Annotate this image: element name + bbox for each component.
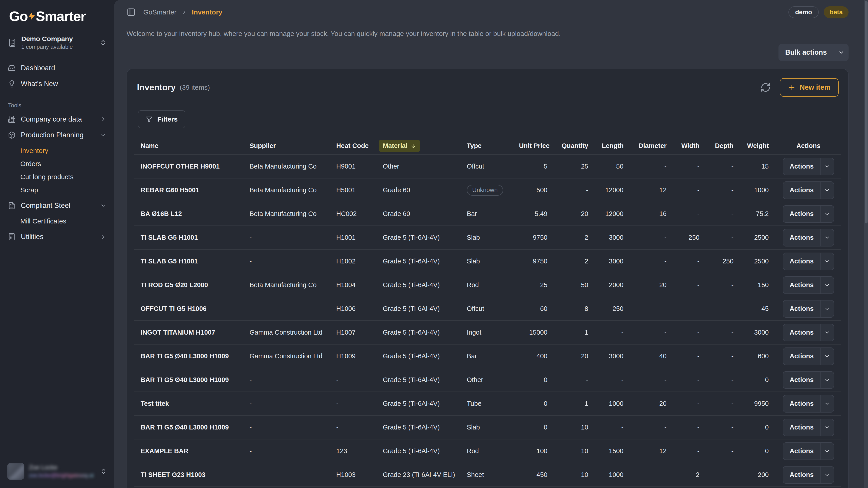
- row-actions-button[interactable]: Actions: [783, 205, 834, 223]
- scrollbar-thumb[interactable]: [865, 1, 868, 223]
- chevron-down-icon[interactable]: [820, 182, 834, 199]
- row-actions-button[interactable]: Actions: [783, 253, 834, 270]
- app-window: Go Smarter Demo Company 1 company availa…: [0, 0, 868, 488]
- company-switcher[interactable]: Demo Company 1 company available: [5, 33, 109, 52]
- bulk-actions-row: Bulk actions: [127, 44, 848, 61]
- chevron-down-icon[interactable]: [820, 205, 834, 222]
- cell-type: [460, 487, 512, 488]
- sidebar-item-whats-new[interactable]: What's New: [5, 78, 109, 89]
- cell-width: -: [673, 273, 706, 297]
- chevron-down-icon[interactable]: [820, 277, 834, 293]
- cell-material: Grade 5 (Ti-6Al-4V): [376, 416, 460, 439]
- chevron-down-icon[interactable]: [820, 466, 834, 483]
- cell-material: Grade 5 (Ti-6Al-4V): [376, 368, 460, 392]
- row-actions-button[interactable]: Actions: [783, 158, 834, 175]
- row-actions-button[interactable]: Actions: [783, 300, 834, 318]
- cell-length: -: [595, 368, 630, 392]
- column-header-length[interactable]: Length: [595, 137, 630, 155]
- chevrons-up-down-icon: [100, 468, 107, 475]
- cell-supplier: -: [243, 416, 330, 439]
- column-header-diameter[interactable]: Diameter: [630, 137, 673, 155]
- row-actions-button[interactable]: Actions: [783, 182, 834, 199]
- column-header-weight[interactable]: Weight: [740, 137, 776, 155]
- lightning-bolt-icon: [27, 10, 36, 23]
- row-actions-button[interactable]: Actions: [783, 419, 834, 436]
- row-actions-button[interactable]: Actions: [783, 442, 834, 460]
- cell-diameter: 40: [630, 344, 673, 368]
- row-actions-button[interactable]: Actions: [783, 276, 834, 294]
- breadcrumb-current[interactable]: Inventory: [192, 8, 222, 16]
- cell-material: [376, 487, 460, 488]
- row-actions-button[interactable]: Actions: [783, 229, 834, 247]
- column-header-quantity[interactable]: Quantity: [554, 137, 595, 155]
- row-actions-button[interactable]: Actions: [783, 324, 834, 341]
- cell-heat-code: H1002: [330, 250, 376, 273]
- chevron-down-icon[interactable]: [834, 44, 848, 61]
- sidebar-item-scrap[interactable]: Scrap: [20, 185, 109, 195]
- building-icon: [8, 38, 17, 47]
- chevron-down-icon[interactable]: [820, 324, 834, 341]
- cell-actions: Actions: [776, 297, 841, 321]
- column-header-depth[interactable]: Depth: [706, 137, 740, 155]
- sidebar-item-inventory[interactable]: Inventory: [20, 146, 109, 156]
- sidebar-item-cut-long-products[interactable]: Cut long products: [20, 172, 109, 182]
- column-header-width[interactable]: Width: [673, 137, 706, 155]
- cell-heat-code: H1004: [330, 273, 376, 297]
- column-header-material[interactable]: Material: [376, 137, 460, 155]
- sidebar-item-orders[interactable]: Orders: [20, 159, 109, 169]
- sidebar-toggle-icon[interactable]: [127, 8, 135, 17]
- cell-diameter: [630, 487, 673, 488]
- breadcrumb-root[interactable]: GoSmarter: [143, 8, 177, 16]
- cell-heat-code: H1001: [330, 226, 376, 250]
- chevron-down-icon[interactable]: [820, 229, 834, 246]
- new-item-button[interactable]: New item: [780, 78, 839, 97]
- cell-name: Test titek: [134, 392, 243, 416]
- chevron-down-icon[interactable]: [820, 395, 834, 412]
- row-actions-button[interactable]: Actions: [783, 395, 834, 413]
- filters-button[interactable]: Filters: [138, 110, 185, 128]
- chevron-down-icon[interactable]: [820, 443, 834, 459]
- demo-badge: demo: [788, 6, 819, 18]
- chevron-down-icon[interactable]: [820, 253, 834, 270]
- sidebar-item-dashboard[interactable]: Dashboard: [5, 63, 109, 73]
- bulk-actions-button[interactable]: Bulk actions: [778, 44, 848, 61]
- row-actions-button[interactable]: Actions: [783, 348, 834, 365]
- cell-material: Grade 60: [376, 178, 460, 202]
- row-actions-button[interactable]: Actions: [783, 371, 834, 389]
- table-row: INGOT TITANIUM H1007Gamma Construction L…: [134, 321, 841, 344]
- sorted-column-chip[interactable]: Material: [379, 140, 420, 152]
- sidebar-item-compliant-steel[interactable]: Compliant Steel: [5, 200, 109, 211]
- column-header-type[interactable]: Type: [460, 137, 512, 155]
- row-actions-label: Actions: [783, 158, 820, 175]
- cell-width: -: [673, 416, 706, 439]
- chevron-down-icon[interactable]: [820, 158, 834, 175]
- file-text-icon: [8, 202, 16, 209]
- sidebar-item-company-core-data[interactable]: Company core data: [5, 114, 109, 125]
- main-content: GoSmarter Inventory demo beta Welcome to…: [114, 0, 868, 488]
- sidebar-item-utilities[interactable]: Utilities: [5, 232, 109, 242]
- cell-quantity: 2: [554, 226, 595, 250]
- column-header-supplier[interactable]: Supplier: [243, 137, 330, 155]
- column-header-heat-code[interactable]: Heat Code: [330, 137, 376, 155]
- cell-supplier: Beta Manufacturing Co: [243, 202, 330, 226]
- cell-depth: -: [706, 344, 740, 368]
- scrollbar-track[interactable]: [864, 0, 868, 488]
- sidebar-item-production-planning[interactable]: Production Planning: [5, 130, 109, 140]
- cell-name: BAR TI G5 Ø40 L3000 H1009: [134, 344, 243, 368]
- column-header-actions[interactable]: Actions: [776, 137, 841, 155]
- logo-text-go: Go: [9, 8, 28, 24]
- user-menu[interactable]: Zoe Locke zoe.locke@brightgateway.ai: [5, 461, 109, 481]
- column-header-name[interactable]: Name: [134, 137, 243, 155]
- chevron-down-icon[interactable]: [820, 348, 834, 365]
- sidebar-item-mill-certificates[interactable]: Mill Certificates: [20, 216, 109, 226]
- refresh-icon[interactable]: [761, 82, 771, 93]
- chevron-down-icon[interactable]: [820, 300, 834, 317]
- cell-width: 250: [673, 226, 706, 250]
- row-actions-button[interactable]: Actions: [783, 466, 834, 484]
- chevron-down-icon[interactable]: [820, 419, 834, 436]
- row-actions-label: Actions: [783, 229, 820, 246]
- column-header-unit-price[interactable]: Unit Price: [512, 137, 554, 155]
- chevron-down-icon[interactable]: [820, 372, 834, 388]
- cell-type: Slab: [460, 250, 512, 273]
- cell-width: -: [673, 250, 706, 273]
